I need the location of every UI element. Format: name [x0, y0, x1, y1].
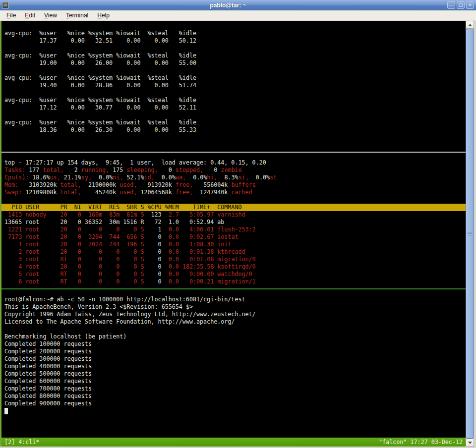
process-row: 7173 root 20 0 3204 744 656 S 0 0.0 0:02…	[1, 233, 466, 241]
ab-progress-line: Completed 300000 requests	[1, 355, 466, 363]
terminal-screen[interactable]: avg-cpu: %user %nice %system %iowait %st…	[1, 21, 466, 447]
process-row: 1221 root 20 0 0 0 0 S 1 0.0 4:06.01 flu…	[1, 226, 466, 233]
ab-progress-line: Completed 600000 requests	[1, 378, 466, 385]
top-uptime-line: top - 17:27:17 up 154 days, 9:45, 1 user…	[1, 159, 466, 167]
shell-command-line: root@falcon:~# ab -c 50 -n 1000000 http:…	[1, 296, 466, 303]
process-row: 3 root RT 0 0 0 0 S 0 0.0 0:01.08 migrat…	[1, 256, 466, 263]
process-row: 5 root RT 0 0 0 0 S 0 0.0 0:00.00 watchd…	[1, 271, 466, 278]
ab-progress-line: Completed 400000 requests	[1, 363, 466, 370]
iostat-cpu-values: 19.40 0.00 28.86 0.00 0.00 51.74	[1, 82, 466, 89]
ab-output-line: Licensed to The Apache Software Foundati…	[1, 318, 466, 326]
scrollbar-grip-icon	[468, 232, 472, 236]
window-title: pablo@tar: ~	[9, 2, 447, 9]
menu-item-help[interactable]: Help	[93, 11, 114, 20]
pane-divider	[1, 288, 466, 296]
iostat-cpu-header: avg-cpu: %user %nice %system %iowait %st…	[1, 52, 466, 59]
ab-progress-line: Completed 500000 requests	[1, 370, 466, 378]
chevron-up-icon	[468, 24, 472, 26]
menu-item-terminal[interactable]: Terminal	[61, 11, 93, 20]
statusbar-host-clock: "falcon" 17:27 03-Dec-12	[379, 439, 463, 446]
chevron-down-icon	[468, 442, 472, 444]
ab-progress-line: Completed 900000 requests	[1, 400, 466, 407]
top-table-header: PID USER PR NI VIRT RES SHR S %CPU %MEM …	[1, 204, 466, 211]
iostat-cpu-header: avg-cpu: %user %nice %system %iowait %st…	[1, 74, 466, 82]
terminal-blank-line	[1, 89, 466, 97]
scrollbar[interactable]	[466, 21, 474, 447]
maximize-button[interactable]: □	[457, 1, 465, 9]
iostat-cpu-values: 17.12 0.00 30.77 0.00 0.00 52.11	[1, 104, 466, 112]
process-row: 1 root 20 0 2024 244 196 S 0 0.0 1:08.30…	[1, 241, 466, 248]
terminal-blank-line	[1, 141, 466, 149]
minimize-button[interactable]: —	[447, 1, 455, 9]
top-tasks-line: Tasks: 177 total, 2 running, 175 sleepin…	[1, 167, 466, 174]
iostat-cpu-header: avg-cpu: %user %nice %system %iowait %st…	[1, 119, 466, 126]
titlebar[interactable]: pablo@tar: ~ — □ ✕	[0, 0, 476, 10]
terminal-blank-line	[1, 112, 466, 119]
terminal-output: avg-cpu: %user %nice %system %iowait %st…	[1, 21, 466, 438]
scrollbar-thumb[interactable]	[466, 29, 474, 439]
terminal-cursor-line	[1, 407, 466, 415]
scroll-down-button[interactable]	[466, 439, 474, 447]
terminal-blank-line	[1, 134, 466, 141]
menu-item-view[interactable]: View	[40, 11, 61, 20]
top-cpu-line: Cpu(s): 18.6%us, 21.1%sy, 0.0%ni, 52.1%i…	[1, 174, 466, 181]
terminal-blank-line	[1, 22, 466, 30]
iostat-cpu-values: 19.00 0.00 26.00 0.00 0.00 55.00	[1, 59, 466, 67]
process-row: 4 root 20 0 0 0 0 S 0 0.0 182:35.58 ksof…	[1, 263, 466, 271]
terminal-blank-line	[1, 67, 466, 74]
terminal-app-window: pablo@tar: ~ — □ ✕ FileEditViewTerminalH…	[0, 0, 476, 448]
scroll-up-button[interactable]	[466, 21, 474, 29]
process-row: 1413 nobody 20 0 160m 83m 81m S 123 2.7 …	[1, 211, 466, 219]
process-row: 6 root RT 0 0 0 0 S 0 0.0 0:00.21 migrat…	[1, 278, 466, 285]
screen-statusbar: [2] 4:cli* "falcon" 17:27 03-Dec-12	[1, 438, 466, 447]
process-row: 2 root 20 0 0 0 0 S 0 0.0 0:01.38 kthrea…	[1, 248, 466, 256]
iostat-cpu-header: avg-cpu: %user %nice %system %iowait %st…	[1, 97, 466, 104]
ab-progress-line: Completed 800000 requests	[1, 392, 466, 400]
ab-output-line: This is ApacheBench, Version 2.3 <$Revis…	[1, 303, 466, 311]
terminal-blank-line	[1, 45, 466, 52]
iostat-cpu-header: avg-cpu: %user %nice %system %iowait %st…	[1, 30, 466, 37]
close-button[interactable]: ✕	[466, 1, 474, 9]
terminal-blank-line	[1, 196, 466, 204]
top-mem-line: Mem: 3103920k total, 2190000k used, 9139…	[1, 181, 466, 189]
ab-output-line: Benchmarking localhost (be patient)	[1, 333, 466, 340]
process-row: 13665 root 20 0 36352 30m 1516 R 72 1.0 …	[1, 219, 466, 226]
scrollbar-track[interactable]	[466, 29, 474, 439]
ab-progress-line: Completed 100000 requests	[1, 340, 466, 348]
iostat-cpu-values: 18.36 0.00 26.30 0.00 0.00 55.33	[1, 126, 466, 134]
ab-progress-line: Completed 700000 requests	[1, 385, 466, 392]
iostat-cpu-values: 17.37 0.00 32.51 0.00 0.00 50.12	[1, 37, 466, 45]
terminal-cursor	[4, 408, 8, 414]
top-swap-line: Swap: 12109808k total, 45240k used, 1206…	[1, 189, 466, 196]
menu-item-edit[interactable]: Edit	[20, 11, 40, 20]
window-body: avg-cpu: %user %nice %system %iowait %st…	[0, 21, 476, 447]
terminal-blank-line	[1, 326, 466, 333]
statusbar-window-list: [2] 4:cli*	[4, 439, 39, 446]
terminal-app-icon	[2, 2, 9, 8]
window-controls: — □ ✕	[447, 1, 474, 9]
ab-progress-line: Completed 200000 requests	[1, 348, 466, 355]
menu-item-file[interactable]: File	[2, 11, 20, 20]
ab-output-line: Copyright 1996 Adam Twiss, Zeus Technolo…	[1, 311, 466, 318]
pane-divider	[1, 152, 466, 159]
menubar: FileEditViewTerminalHelp	[0, 10, 476, 21]
